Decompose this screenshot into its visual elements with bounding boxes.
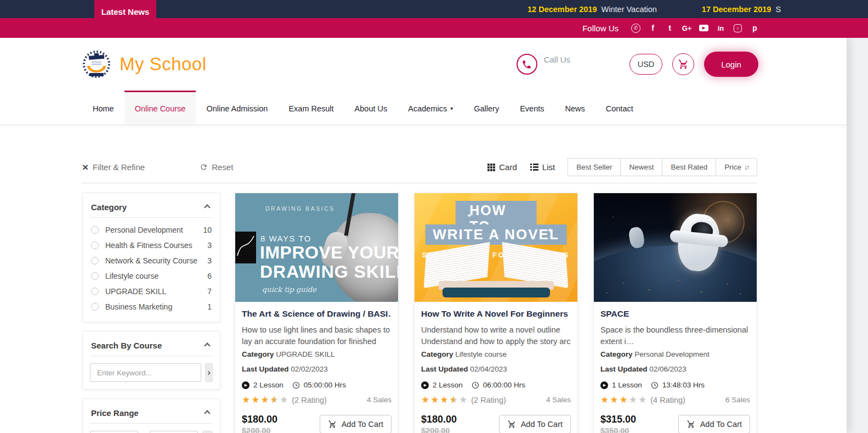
search-input[interactable] bbox=[90, 363, 201, 382]
nav-item[interactable]: About Us bbox=[344, 91, 398, 125]
sort-button[interactable]: Best Seller bbox=[568, 158, 621, 176]
news-date: 17 December 2019 bbox=[702, 5, 771, 14]
list-view-toggle[interactable]: List bbox=[530, 162, 555, 172]
pinterest-icon[interactable]: p bbox=[746, 24, 763, 33]
star-icon: ★ bbox=[600, 395, 609, 404]
sort-button[interactable]: Best Rated bbox=[662, 158, 716, 176]
star-icon: ★ bbox=[459, 395, 467, 404]
course-duration: 13:48:03 Hrs bbox=[651, 381, 705, 389]
site-name: My School bbox=[120, 54, 207, 75]
chevron-up-icon[interactable] bbox=[204, 410, 210, 416]
social-icons: ✆ f t G+ ▶ in ○ p bbox=[627, 24, 763, 33]
nav-item[interactable]: Academics ▾ bbox=[398, 91, 463, 125]
star-icon: ★ bbox=[629, 395, 637, 404]
news-text: S bbox=[775, 5, 781, 14]
nav-item[interactable]: Events bbox=[509, 91, 554, 125]
radio-icon[interactable] bbox=[91, 241, 99, 249]
lesson-count: ▶ 2 Lesson bbox=[242, 381, 283, 389]
google-plus-icon[interactable]: G+ bbox=[678, 24, 695, 33]
instagram-icon[interactable]: ○ bbox=[729, 24, 746, 33]
category-count: 7 bbox=[207, 287, 212, 296]
chevron-up-icon[interactable] bbox=[204, 204, 210, 210]
category-option[interactable]: UPGRADE SKILL 7 bbox=[90, 284, 213, 299]
sort-arrows-icon: ↓↑ bbox=[744, 164, 748, 171]
search-panel-title: Search By Course bbox=[91, 341, 162, 350]
rating-count: (2 Rating) bbox=[471, 396, 506, 404]
course-thumbnail[interactable] bbox=[594, 193, 757, 302]
course-title[interactable]: SPACE bbox=[600, 309, 750, 319]
course-old-price: $200.00 bbox=[242, 426, 277, 433]
whatsapp-icon[interactable]: ✆ bbox=[627, 24, 644, 33]
grid-icon bbox=[487, 164, 495, 171]
chevron-up-icon[interactable] bbox=[204, 342, 210, 348]
cart-icon bbox=[507, 420, 516, 429]
nav-item[interactable]: Online Course bbox=[124, 91, 196, 125]
star-icon: ★ bbox=[610, 395, 618, 404]
category-option[interactable]: Lifestyle course 6 bbox=[90, 268, 213, 284]
filter-sidebar: Category Personal Development 10 Health … bbox=[82, 193, 220, 433]
list-icon bbox=[530, 164, 538, 171]
reset-label: Reset bbox=[212, 162, 233, 172]
course-thumbnail[interactable]: DRAWING BASICS 8 WAYS TO IMPROVE YOUR DR… bbox=[235, 193, 398, 302]
price-filter-button[interactable]: › bbox=[202, 431, 213, 433]
course-title[interactable]: How To Write A Novel For Beginners bbox=[421, 309, 571, 319]
sort-buttons: Best Seller Newest Best Rated Price ↓↑ bbox=[568, 158, 757, 176]
news-ticker-item[interactable]: 17 December 2019 S bbox=[702, 5, 781, 14]
radio-icon[interactable] bbox=[91, 226, 99, 234]
currency-selector[interactable]: USD bbox=[629, 54, 662, 75]
twitter-icon[interactable]: t bbox=[661, 24, 678, 33]
nav-item[interactable]: Home bbox=[82, 91, 124, 125]
radio-icon[interactable] bbox=[91, 272, 99, 280]
price-min-input[interactable] bbox=[90, 431, 138, 433]
course-card: SPACE Space is the boundless three-dimen… bbox=[593, 193, 757, 433]
category-option[interactable]: Personal Development 10 bbox=[90, 222, 213, 238]
course-category-line: Category Personal Development bbox=[600, 350, 750, 358]
price-max-input[interactable] bbox=[150, 431, 198, 433]
category-panel-title: Category bbox=[91, 203, 127, 212]
filter-refine[interactable]: × Filter & Refine bbox=[82, 162, 145, 172]
filter-toolbar: × Filter & Refine Reset Card List bbox=[82, 158, 757, 183]
category-option[interactable]: Business Marketing 1 bbox=[90, 299, 213, 314]
cart-icon bbox=[678, 59, 689, 70]
nav-item[interactable]: Gallery bbox=[463, 91, 509, 125]
close-icon[interactable]: × bbox=[82, 162, 88, 172]
card-view-toggle[interactable]: Card bbox=[487, 162, 517, 172]
sort-button[interactable]: Price ↓↑ bbox=[716, 158, 757, 176]
star-icon: ★★ bbox=[270, 395, 279, 404]
radio-icon[interactable] bbox=[91, 288, 99, 295]
radio-icon[interactable] bbox=[91, 257, 99, 265]
facebook-icon[interactable]: f bbox=[644, 24, 661, 33]
news-ticker-item[interactable]: 12 December 2019 Winter Vacation bbox=[527, 5, 657, 14]
add-to-cart-button[interactable]: Add To Cart bbox=[678, 415, 750, 433]
nav-item[interactable]: Online Admission bbox=[196, 91, 278, 125]
linkedin-icon[interactable]: in bbox=[712, 24, 729, 33]
cart-icon bbox=[328, 420, 337, 429]
star-icon: ★ bbox=[261, 395, 269, 404]
category-option[interactable]: Network & Security Course 3 bbox=[90, 253, 213, 268]
page-shell: My School Call Us USD Login Home Online … bbox=[0, 38, 847, 433]
reset-button[interactable]: Reset bbox=[200, 162, 233, 172]
chevron-down-icon: ▾ bbox=[450, 105, 453, 111]
search-submit-button[interactable]: › bbox=[205, 363, 213, 382]
price-panel-title: Price Range bbox=[91, 408, 139, 418]
nav-item[interactable]: News bbox=[555, 91, 595, 125]
refresh-icon bbox=[200, 163, 208, 171]
top-news-bar: Latest News 12 December 2019 Winter Vaca… bbox=[0, 0, 868, 18]
youtube-icon[interactable]: ▶ bbox=[695, 24, 712, 33]
course-price: $180.00 bbox=[242, 414, 277, 425]
add-to-cart-button[interactable]: Add To Cart bbox=[320, 415, 392, 433]
radio-icon[interactable] bbox=[91, 303, 99, 311]
category-option[interactable]: Health & Fitness Courses 3 bbox=[90, 238, 213, 253]
course-thumbnail[interactable]: HOW TO WRITE A NOVEL STEP BY STEP FOR BE… bbox=[415, 193, 577, 302]
add-to-cart-button[interactable]: Add To Cart bbox=[499, 415, 571, 433]
nav-item[interactable]: Exam Result bbox=[278, 91, 344, 125]
nav-item[interactable]: Contact bbox=[595, 91, 644, 125]
course-title[interactable]: The Art & Science of Drawing / BASI… bbox=[242, 309, 392, 319]
call-us[interactable]: Call Us bbox=[517, 54, 570, 75]
login-button[interactable]: Login bbox=[704, 52, 758, 77]
site-logo[interactable]: My School bbox=[82, 50, 207, 78]
star-rating: ★★★★★ bbox=[600, 395, 646, 404]
sort-button[interactable]: Newest bbox=[620, 158, 662, 176]
course-duration: 06:00:00 Hrs bbox=[472, 381, 525, 389]
cart-button[interactable] bbox=[672, 53, 694, 75]
